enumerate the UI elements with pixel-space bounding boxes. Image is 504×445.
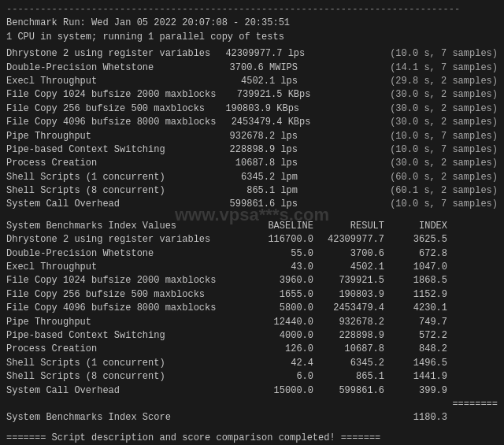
bench-note: (60.1 s, 2 samples): [298, 184, 498, 198]
row-result: 6345.2: [313, 357, 384, 370]
bench-value: 865.1 lpm: [203, 184, 298, 198]
bench-note: (30.0 s, 2 samples): [299, 102, 498, 116]
table-row: System Call Overhead15000.0599861.6399.9: [6, 384, 498, 398]
row-baseline: 126.0: [243, 343, 313, 356]
row-index: 848.2: [384, 343, 447, 356]
row-baseline: 55.0: [243, 247, 313, 261]
table-header-baseline: BASELINE: [243, 220, 313, 233]
row-index: 1047.0: [384, 261, 447, 274]
row-baseline: 5800.0: [243, 302, 313, 315]
bench-label: File Copy 256 bufsize 500 maxblocks: [6, 102, 205, 116]
bench-value: 739921.5 KBps: [216, 88, 310, 102]
bench-row: File Copy 4096 bufsize 8000 maxblocks245…: [6, 116, 498, 129]
bench-label: File Copy 4096 bufsize 8000 maxblocks: [6, 116, 216, 129]
bench-value: 3700.6 MWIPS: [203, 61, 298, 75]
row-label: File Copy 1024 bufsize 2000 maxblocks: [6, 274, 243, 287]
bench-row: Shell Scripts (1 concurrent)6345.2 lpm(6…: [6, 171, 498, 184]
bench-value: 6345.2 lpm: [203, 171, 298, 184]
row-label: Process Creation: [6, 343, 243, 356]
row-result: 10687.8: [313, 343, 384, 356]
bench-value: 190803.9 KBps: [205, 102, 299, 116]
row-result: 4502.1: [313, 261, 384, 274]
row-index: 1868.5: [384, 274, 447, 287]
bench-label: Dhrystone 2 using register variables: [6, 47, 210, 61]
row-index: 4230.1: [384, 302, 447, 315]
row-result: 42309977.7: [313, 233, 384, 247]
header-line2: 1 CPU in system; running 1 parallel copy…: [6, 31, 498, 44]
row-index: 572.2: [384, 329, 447, 343]
bench-label: Pipe Throughput: [6, 130, 203, 143]
bench-value: 599861.6 lps: [203, 198, 298, 211]
row-result: 190803.9: [313, 288, 384, 302]
row-result: 599861.6: [313, 384, 384, 398]
row-result: 739921.5: [313, 274, 384, 287]
benchmark-results: Dhrystone 2 using register variables4230…: [6, 47, 498, 217]
bench-value: 4502.1 lps: [203, 75, 298, 88]
bench-label: Double-Precision Whetstone: [6, 61, 203, 75]
bench-note: (60.0 s, 2 samples): [298, 171, 498, 184]
row-index: 1152.9: [384, 288, 447, 302]
bench-label: Shell Scripts (1 concurrent): [6, 171, 203, 184]
row-result: 865.1: [313, 370, 384, 384]
bench-note: (10.0 s, 7 samples): [298, 198, 498, 211]
bench-value: 2453479.4 KBps: [216, 116, 310, 129]
footer: ======= Script description and score com…: [6, 432, 498, 445]
row-index: 399.9: [384, 384, 447, 398]
table-row: Pipe-based Context Switching4000.0228898…: [6, 329, 498, 343]
row-result: 932678.2: [313, 316, 384, 329]
row-index: 1441.9: [384, 370, 447, 384]
bench-row: Pipe Throughput932678.2 lps(10.0 s, 7 sa…: [6, 130, 498, 143]
row-baseline: 43.0: [243, 261, 313, 274]
score-line: System Benchmarks Index Score 1180.3: [6, 411, 498, 425]
bench-row: Dhrystone 2 using register variables4230…: [6, 47, 498, 61]
table-header-index: INDEX: [384, 220, 447, 233]
bench-note: (30.0 s, 2 samples): [310, 116, 498, 129]
index-table: System Benchmarks Index Values BASELINE …: [6, 220, 498, 425]
bench-label: System Call Overhead: [6, 198, 203, 211]
bench-label: Execl Throughput: [6, 75, 203, 88]
row-label: Pipe-based Context Switching: [6, 329, 243, 343]
table-header-result: RESULT: [313, 220, 384, 233]
row-index: 749.7: [384, 316, 447, 329]
bench-note: (10.0 s, 7 samples): [298, 143, 498, 157]
bench-value: 228898.9 lps: [203, 143, 298, 157]
row-baseline: 12440.0: [243, 316, 313, 329]
table-row: Process Creation126.010687.8848.2: [6, 343, 498, 356]
bench-row: Shell Scripts (8 concurrent)865.1 lpm(60…: [6, 184, 498, 198]
separator-top: ----------------------------------------…: [6, 3, 498, 17]
row-index: 672.8: [384, 247, 447, 261]
row-label: File Copy 256 bufsize 500 maxblocks: [6, 288, 243, 302]
table-row: Shell Scripts (8 concurrent)6.0865.11441…: [6, 370, 498, 384]
table-row: Dhrystone 2 using register variables1167…: [6, 233, 498, 247]
table-row: File Copy 4096 bufsize 8000 maxblocks580…: [6, 302, 498, 315]
bench-label: Process Creation: [6, 157, 203, 170]
row-label: Double-Precision Whetstone: [6, 247, 243, 261]
row-label: System Call Overhead: [6, 384, 243, 398]
table-row: Double-Precision Whetstone55.03700.6672.…: [6, 247, 498, 261]
bench-row: File Copy 256 bufsize 500 maxblocks19080…: [6, 102, 498, 116]
row-index: 3625.5: [384, 233, 447, 247]
bench-note: (14.1 s, 7 samples): [298, 61, 498, 75]
row-baseline: 3960.0: [243, 274, 313, 287]
score-label: System Benchmarks Index Score: [6, 411, 243, 425]
score-blank: [243, 411, 313, 425]
row-baseline: 15000.0: [243, 384, 313, 398]
bench-value: 932678.2 lps: [203, 130, 298, 143]
bench-label: Pipe-based Context Switching: [6, 143, 203, 157]
row-label: Shell Scripts (8 concurrent): [6, 370, 243, 384]
score-blank2: [313, 411, 384, 425]
row-baseline: 4000.0: [243, 329, 313, 343]
bench-row: Execl Throughput4502.1 lps(29.8 s, 2 sam…: [6, 75, 498, 88]
bench-note: (30.0 s, 2 samples): [298, 157, 498, 170]
row-baseline: 42.4: [243, 357, 313, 370]
bench-row: System Call Overhead599861.6 lps(10.0 s,…: [6, 198, 498, 211]
row-label: Dhrystone 2 using register variables: [6, 233, 243, 247]
bench-label: Shell Scripts (8 concurrent): [6, 184, 203, 198]
bench-note: (10.0 s, 7 samples): [298, 130, 498, 143]
row-index: 1496.5: [384, 357, 447, 370]
table-row: Execl Throughput43.04502.11047.0: [6, 261, 498, 274]
table-header-row: System Benchmarks Index Values BASELINE …: [6, 220, 498, 233]
row-label: Shell Scripts (1 concurrent): [6, 357, 243, 370]
row-result: 3700.6: [313, 247, 384, 261]
bench-note: (29.8 s, 2 samples): [298, 75, 498, 88]
